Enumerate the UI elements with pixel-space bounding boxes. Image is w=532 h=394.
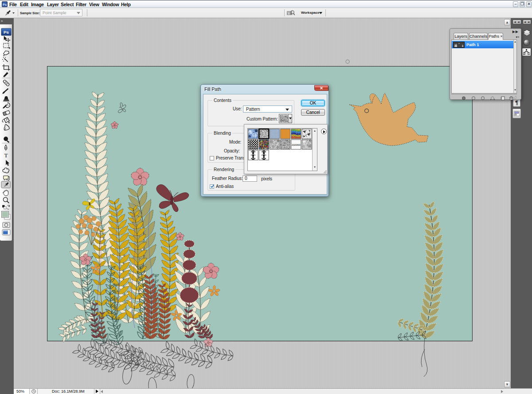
svg-text:20200400: 20200400 [292, 144, 301, 146]
svg-text:Ps: Ps [3, 3, 7, 7]
svg-text:Ps: Ps [4, 30, 9, 35]
svg-text:Br: Br [288, 12, 290, 15]
svg-text:T: T [4, 152, 8, 159]
